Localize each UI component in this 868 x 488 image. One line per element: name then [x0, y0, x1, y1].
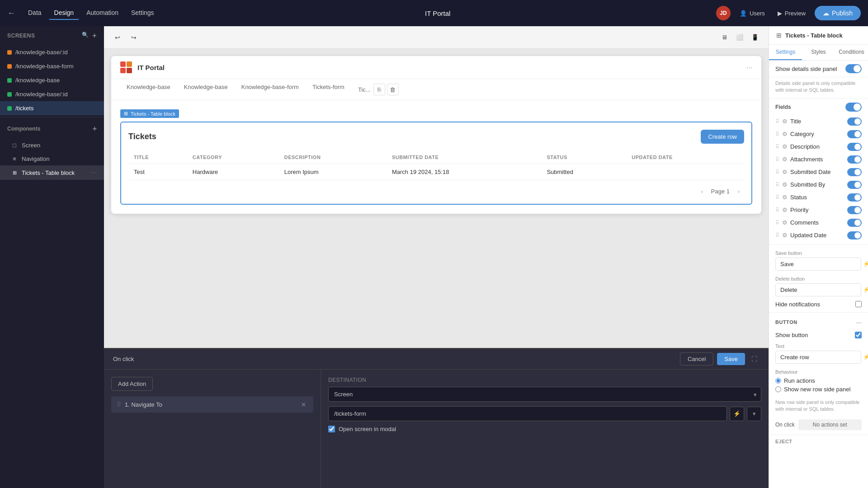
- field-toggle[interactable]: [847, 193, 862, 202]
- table-row[interactable]: Test Hardware Lorem Ipsum March 19 2024,…: [128, 164, 744, 180]
- tab-conditions[interactable]: Conditions: [835, 45, 868, 60]
- toolbar-left: ↩ ↪: [111, 31, 140, 44]
- destination-label: Destination: [328, 377, 761, 383]
- drag-icon: ⠿: [775, 169, 779, 175]
- open-modal-checkbox[interactable]: [328, 426, 335, 432]
- field-toggle[interactable]: [847, 181, 862, 189]
- tab-settings[interactable]: Settings: [769, 45, 802, 60]
- screen-item-knowledge-base-id[interactable]: /knowledge-base/:id: [0, 45, 104, 59]
- app-header: IT Portal ⋯: [111, 56, 761, 79]
- path-chevron-button[interactable]: ▾: [747, 407, 761, 421]
- field-toggle[interactable]: [847, 231, 862, 239]
- gear-icon[interactable]: ⚙: [782, 194, 788, 201]
- show-details-toggle[interactable]: [845, 64, 862, 73]
- main-layout: Screens 🔍 + /knowledge-base/:id /knowled…: [0, 26, 868, 488]
- field-toggle[interactable]: [847, 155, 862, 164]
- field-toggle[interactable]: [847, 130, 862, 138]
- gear-icon[interactable]: ⚙: [782, 169, 788, 175]
- mobile-view-button[interactable]: 📱: [749, 31, 761, 44]
- create-row-button[interactable]: Create row: [701, 130, 744, 144]
- tab-data[interactable]: Data: [23, 6, 47, 20]
- desktop-view-button[interactable]: 🖥: [718, 31, 731, 44]
- text-lightning-icon[interactable]: ⚡: [863, 354, 868, 360]
- next-page-button[interactable]: ›: [733, 186, 744, 197]
- delete-lightning-icon[interactable]: ⚡: [863, 286, 868, 293]
- field-toggle[interactable]: [847, 117, 862, 126]
- behaviour-label: Behaviour: [775, 369, 862, 375]
- gear-icon[interactable]: ⚙: [782, 156, 788, 163]
- gear-icon[interactable]: ⚙: [782, 219, 788, 226]
- tab-styles[interactable]: Styles: [802, 45, 835, 60]
- collapse-icon[interactable]: —: [856, 319, 862, 326]
- save-button[interactable]: Save: [717, 353, 745, 365]
- more-options-icon[interactable]: ···: [91, 169, 97, 177]
- field-toggle[interactable]: [847, 143, 862, 151]
- nav-tab-knowledge-base2[interactable]: Knowledge-base: [178, 79, 234, 100]
- field-toggle[interactable]: [847, 168, 862, 176]
- gear-icon[interactable]: ⚙: [782, 143, 788, 150]
- component-screen[interactable]: □ Screen: [0, 138, 104, 152]
- new-row-note: New row side panel is only compatible wi…: [769, 397, 868, 417]
- gear-icon[interactable]: ⚙: [782, 131, 788, 137]
- radio-run-actions[interactable]: Run actions: [775, 377, 862, 384]
- add-screen-icon[interactable]: +: [92, 32, 97, 40]
- gear-icon[interactable]: ⚙: [782, 232, 788, 239]
- table-comp-icon: ⊞: [11, 169, 18, 176]
- gear-icon[interactable]: ⚙: [782, 206, 788, 213]
- back-button[interactable]: ←: [7, 9, 15, 18]
- radio-show-new-row[interactable]: Show new row side panel: [775, 386, 862, 393]
- show-new-row-radio[interactable]: [775, 386, 781, 392]
- component-navigation[interactable]: ≡ Navigation: [0, 152, 104, 165]
- fields-toggle[interactable]: [845, 103, 862, 112]
- bottom-panel: On click Cancel Save ⛶ Add Action ⠿ 1. N…: [104, 348, 769, 488]
- gear-icon[interactable]: ⚙: [782, 118, 788, 125]
- prev-page-button[interactable]: ‹: [697, 186, 708, 197]
- nav-tab-more[interactable]: Tic... ⎘ 🗑: [352, 79, 405, 100]
- show-button-checkbox[interactable]: [855, 332, 862, 338]
- redo-button[interactable]: ↪: [127, 31, 140, 44]
- action-item[interactable]: ⠿ 1. Navigate To ✕: [111, 396, 313, 413]
- show-button-row: Show button: [769, 329, 868, 341]
- hide-notifications-checkbox[interactable]: [855, 301, 862, 307]
- cancel-button[interactable]: Cancel: [680, 352, 713, 366]
- col-submitted-date: Submitted Date: [387, 151, 541, 164]
- users-button[interactable]: 👤 Users: [736, 8, 769, 19]
- search-icon[interactable]: 🔍: [82, 32, 89, 40]
- open-modal-checkbox-row[interactable]: Open screen in modal: [328, 426, 761, 432]
- tab-automation[interactable]: Automation: [81, 6, 124, 20]
- copy-icon-btn[interactable]: ⎘: [373, 84, 385, 95]
- app-more-icon[interactable]: ⋯: [746, 64, 752, 71]
- undo-button[interactable]: ↩: [111, 31, 124, 44]
- nav-tab-tickets-form[interactable]: Tickets-form: [306, 79, 351, 100]
- tab-settings[interactable]: Settings: [126, 6, 160, 20]
- button-text-input[interactable]: [775, 351, 861, 364]
- screen-item-knowledge-base[interactable]: /knowledge-base: [0, 73, 104, 87]
- gear-icon[interactable]: ⚙: [782, 181, 788, 188]
- field-toggle[interactable]: [847, 206, 862, 214]
- screen-item-tickets[interactable]: /tickets: [0, 101, 104, 115]
- add-component-icon[interactable]: +: [93, 125, 97, 133]
- delete-button-input[interactable]: [775, 283, 861, 296]
- delete-icon-btn[interactable]: 🗑: [387, 84, 399, 95]
- screen-item-knowledge-base-id2[interactable]: /knowledge-base/:id: [0, 87, 104, 101]
- destination-select[interactable]: Screen URL Email: [328, 387, 761, 402]
- lightning-button[interactable]: ⚡: [730, 407, 744, 421]
- button-text-row: Text ⚡: [769, 341, 868, 366]
- preview-button[interactable]: ▶ Preview: [774, 8, 809, 19]
- action-delete-button[interactable]: ✕: [299, 400, 308, 409]
- component-tickets-table[interactable]: ⊞ Tickets - Table block ···: [0, 165, 104, 180]
- save-button-input[interactable]: [775, 258, 861, 271]
- publish-button[interactable]: ☁ Publish: [815, 6, 861, 20]
- add-action-button[interactable]: Add Action: [111, 377, 153, 391]
- run-actions-radio[interactable]: [775, 378, 781, 384]
- tab-design[interactable]: Design: [49, 6, 80, 20]
- nav-tab-knowledge-base[interactable]: Knowledge-base: [120, 79, 177, 100]
- expand-button[interactable]: ⛶: [749, 354, 760, 365]
- save-lightning-icon[interactable]: ⚡: [863, 261, 868, 267]
- screen-item-knowledge-base-form[interactable]: /knowledge-base-form: [0, 59, 104, 73]
- path-input[interactable]: [328, 406, 727, 421]
- cell-updated-date: [626, 164, 744, 180]
- field-toggle[interactable]: [847, 219, 862, 227]
- tablet-view-button[interactable]: ⬜: [733, 31, 746, 44]
- nav-tab-knowledge-base-form[interactable]: Knowledge-base-form: [235, 79, 305, 100]
